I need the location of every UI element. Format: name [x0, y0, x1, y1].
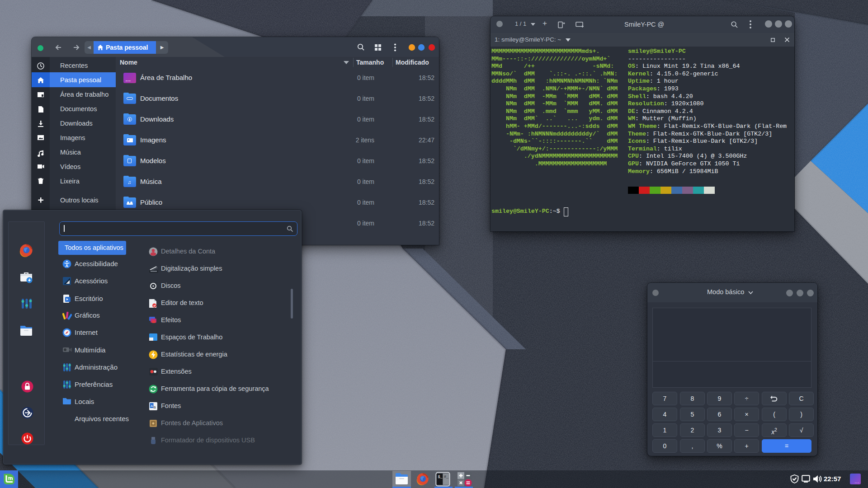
svg-text:$_: $_ [438, 475, 443, 479]
svg-text:a: a [154, 405, 156, 409]
svg-text:A: A [151, 404, 153, 408]
svg-text:#_: #_ [444, 475, 449, 479]
